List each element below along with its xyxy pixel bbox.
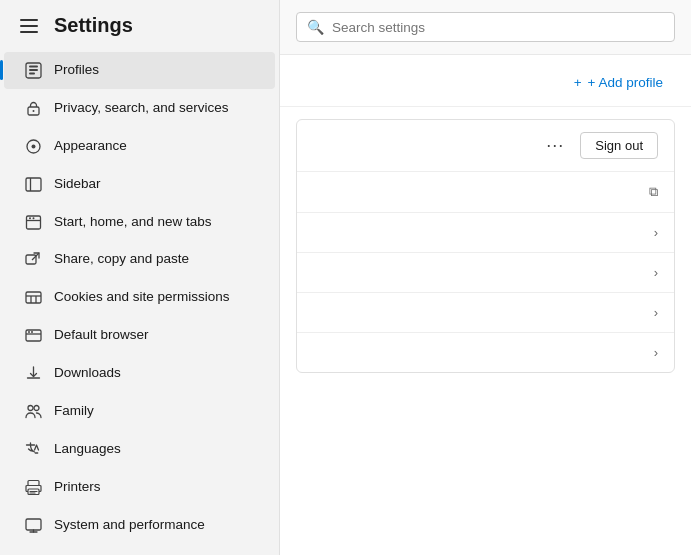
sidebar-item-default-browser[interactable]: Default browser xyxy=(4,317,275,354)
svg-rect-26 xyxy=(28,480,39,485)
sidebar-item-privacy[interactable]: Privacy, search, and services xyxy=(4,90,275,127)
sidebar-item-privacy-label: Privacy, search, and services xyxy=(54,99,229,118)
profile-row-5[interactable]: › xyxy=(297,333,674,372)
sidebar-nav: Profiles Privacy, search, and services xyxy=(0,51,279,555)
svg-point-24 xyxy=(28,405,33,410)
svg-point-7 xyxy=(31,144,35,148)
sidebar-item-family[interactable]: Family xyxy=(4,393,275,430)
add-profile-section: + + Add profile xyxy=(280,55,691,107)
sidebar-item-printers[interactable]: Printers xyxy=(4,469,275,506)
share-icon xyxy=(24,251,42,269)
sidebar-item-languages-label: Languages xyxy=(54,440,121,459)
sidebar-item-start-home[interactable]: Start, home, and new tabs xyxy=(4,204,275,241)
downloads-icon xyxy=(24,365,42,383)
privacy-icon xyxy=(24,99,42,117)
search-icon: 🔍 xyxy=(307,19,324,35)
sidebar-item-sidebar[interactable]: Sidebar xyxy=(4,166,275,203)
page-title: Settings xyxy=(54,14,133,37)
svg-point-22 xyxy=(28,331,30,333)
chevron-right-icon: › xyxy=(654,225,658,240)
cookies-icon xyxy=(24,289,42,307)
svg-rect-30 xyxy=(26,519,41,530)
search-header: 🔍 xyxy=(280,0,691,55)
sidebar-item-default-browser-label: Default browser xyxy=(54,326,149,345)
svg-rect-14 xyxy=(26,255,36,264)
add-profile-button[interactable]: + + Add profile xyxy=(566,71,671,94)
add-icon: + xyxy=(574,75,582,90)
sign-out-button[interactable]: Sign out xyxy=(580,132,658,159)
svg-rect-3 xyxy=(29,72,35,74)
profile-row-1[interactable]: ⧉ xyxy=(297,172,674,213)
family-icon xyxy=(24,402,42,420)
sidebar-item-system-label: System and performance xyxy=(54,516,205,535)
profiles-content: + + Add profile ··· Sign out ⧉ › › › › xyxy=(280,55,691,555)
profile-card-header: ··· Sign out xyxy=(297,120,674,172)
svg-rect-16 xyxy=(26,292,41,303)
svg-rect-2 xyxy=(29,69,38,71)
profile-row-3[interactable]: › xyxy=(297,253,674,293)
chevron-right-icon: › xyxy=(654,265,658,280)
chevron-right-icon: › xyxy=(654,305,658,320)
sidebar-item-family-label: Family xyxy=(54,402,94,421)
external-link-icon: ⧉ xyxy=(649,184,658,200)
sidebar-item-downloads[interactable]: Downloads xyxy=(4,355,275,392)
svg-point-25 xyxy=(34,405,39,410)
svg-point-13 xyxy=(32,217,34,219)
printers-icon xyxy=(24,478,42,496)
sidebar-item-languages[interactable]: Languages xyxy=(4,431,275,468)
main-content-area: 🔍 + + Add profile ··· Sign out ⧉ › › xyxy=(280,0,691,555)
sidebar-item-appearance-label: Appearance xyxy=(54,137,127,156)
sidebar-item-printers-label: Printers xyxy=(54,478,101,497)
search-input[interactable] xyxy=(332,20,664,35)
sidebar-item-downloads-label: Downloads xyxy=(54,364,121,383)
svg-point-23 xyxy=(31,331,33,333)
profile-row-2[interactable]: › xyxy=(297,213,674,253)
ellipsis-button[interactable]: ··· xyxy=(540,133,570,158)
sidebar-item-cookies-label: Cookies and site permissions xyxy=(54,288,230,307)
sidebar-item-system[interactable]: System and performance xyxy=(4,507,275,544)
browser-icon xyxy=(24,327,42,345)
search-box[interactable]: 🔍 xyxy=(296,12,675,42)
svg-rect-8 xyxy=(26,178,41,191)
sidebar-item-sidebar-label: Sidebar xyxy=(54,175,101,194)
appearance-icon xyxy=(24,137,42,155)
sidebar-item-profiles-label: Profiles xyxy=(54,61,99,80)
profile-card: ··· Sign out ⧉ › › › › xyxy=(296,119,675,373)
home-icon xyxy=(24,213,42,231)
sidebar: Settings Profiles xyxy=(0,0,280,555)
sidebar-item-share[interactable]: Share, copy and paste xyxy=(4,241,275,278)
sidebar-item-start-home-label: Start, home, and new tabs xyxy=(54,213,212,232)
system-icon xyxy=(24,516,42,534)
sidebar-icon xyxy=(24,175,42,193)
svg-point-12 xyxy=(29,217,31,219)
chevron-right-icon: › xyxy=(654,345,658,360)
svg-point-5 xyxy=(32,110,34,112)
sidebar-item-cookies[interactable]: Cookies and site permissions xyxy=(4,279,275,316)
profiles-icon xyxy=(24,61,42,79)
sidebar-header: Settings xyxy=(0,0,279,51)
sidebar-item-appearance[interactable]: Appearance xyxy=(4,128,275,165)
sidebar-item-share-label: Share, copy and paste xyxy=(54,250,189,269)
languages-icon xyxy=(24,440,42,458)
sidebar-item-profiles[interactable]: Profiles xyxy=(4,52,275,89)
svg-rect-1 xyxy=(29,65,38,67)
profile-row-4[interactable]: › xyxy=(297,293,674,333)
add-profile-label: + Add profile xyxy=(588,75,663,90)
menu-icon[interactable] xyxy=(16,15,42,37)
